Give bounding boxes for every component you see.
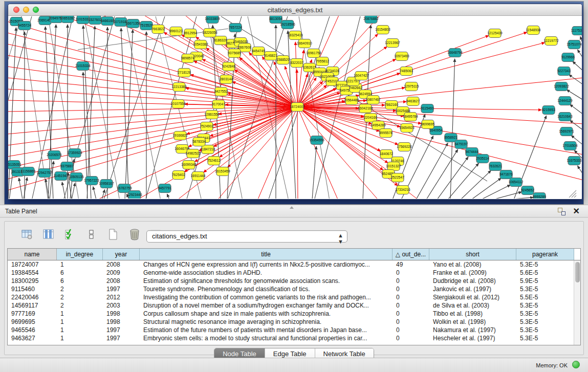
graph-node[interactable]: 7485063	[400, 67, 413, 76]
network-window-titlebar[interactable]: citations_edges.txt	[8, 4, 582, 16]
delete-rows-trash-button[interactable]	[127, 227, 142, 242]
show-columns-button[interactable]	[41, 227, 56, 242]
table-row[interactable]: 2242004622012Investigating the contribut…	[8, 293, 580, 301]
graph-node[interactable]: 21015334	[75, 62, 91, 71]
network-canvas[interactable]: 1515051194557242069140620949791106532871…	[8, 16, 582, 199]
graph-node[interactable]: 8454749	[252, 47, 265, 56]
graph-node[interactable]: 14982522	[185, 149, 201, 158]
graph-node[interactable]: 8912954	[184, 29, 197, 38]
column-header-out_de[interactable]: △ out_de...	[393, 249, 429, 260]
graph-node[interactable]: 9455724	[18, 21, 31, 30]
graph-node[interactable]: 16671358	[125, 19, 141, 28]
graph-node[interactable]: 9115460	[421, 104, 434, 113]
graph-node[interactable]: 15751074	[567, 40, 582, 49]
column-header-in_degree[interactable]: in_degree	[57, 249, 103, 260]
graph-node[interactable]: 10653287	[60, 16, 75, 23]
graph-node[interactable]: 17334216	[395, 186, 410, 194]
graph-node[interactable]: 9129966	[561, 53, 575, 62]
table-row[interactable]: 1872400712008Changes of HCN gene express…	[8, 260, 580, 269]
graph-node[interactable]: 17016504	[562, 142, 578, 150]
graph-node[interactable]: 2718126	[178, 69, 191, 77]
scrollbar-thumb[interactable]	[575, 262, 580, 282]
graph-node[interactable]: 20876882	[363, 16, 379, 24]
graph-node[interactable]: 11675333	[567, 157, 582, 165]
table-row[interactable]: 1938455462009Genome-wide association stu…	[8, 269, 580, 277]
table-row[interactable]: 977716911998Corpus callosum shape and si…	[8, 310, 580, 318]
graph-node[interactable]: 2522547	[391, 173, 404, 182]
graph-node[interactable]: 8813054	[269, 16, 282, 24]
graph-node[interactable]: 11451947	[54, 172, 69, 181]
graph-node[interactable]: 16648794	[447, 49, 463, 57]
graph-node[interactable]: 7862160	[385, 101, 398, 110]
graph-node[interactable]: 10654112	[509, 178, 524, 187]
vertical-scrollbar[interactable]	[574, 260, 580, 345]
column-header-title[interactable]: title	[140, 249, 393, 260]
graph-node[interactable]: 10107554	[170, 100, 186, 108]
graph-node[interactable]: 9242848	[222, 62, 235, 71]
table-selector-dropdown[interactable]: citations_edges.txt ▲▼	[146, 230, 347, 243]
graph-node[interactable]: 10958167	[99, 180, 114, 188]
graph-node[interactable]: 19218596	[280, 20, 295, 29]
graph-node[interactable]: 12213967	[385, 39, 400, 48]
network-window[interactable]: citations_edges.txt 15150511945572420691…	[8, 4, 582, 200]
graph-node[interactable]: 18325419	[288, 31, 303, 40]
column-header-pagerank[interactable]: pagerank	[516, 249, 574, 260]
graph-node[interactable]: 18640910	[297, 39, 312, 48]
graph-node[interactable]: 16042168	[358, 104, 373, 113]
column-header-name[interactable]: name	[8, 249, 57, 260]
table-row[interactable]: 911546021997Tourette syndrome. Phenomeno…	[8, 285, 580, 293]
graph-node[interactable]: 12093822	[554, 82, 569, 91]
graph-node[interactable]: 12219772	[543, 37, 559, 46]
graph-node[interactable]: 12942757	[37, 169, 52, 178]
graph-node[interactable]: 1527602	[89, 16, 102, 25]
graph-node[interactable]: 17957223	[84, 177, 99, 185]
graph-node[interactable]: 6479197	[454, 140, 468, 149]
splitter-handle[interactable]	[290, 206, 294, 209]
graph-node[interactable]: 15354556	[309, 136, 324, 145]
graph-node[interactable]: 16099348	[181, 161, 197, 169]
graph-node[interactable]: 9699695	[421, 120, 434, 129]
graph-node[interactable]: 7955812	[316, 57, 329, 66]
graph-node[interactable]: 16961758	[306, 49, 321, 58]
graph-node[interactable]: 7857224	[229, 24, 242, 32]
graph-node[interactable]: 11548938	[526, 26, 541, 35]
graph-node[interactable]: 16911444	[191, 172, 206, 181]
graph-node[interactable]: 10807467	[365, 96, 381, 104]
graph-node[interactable]: 8427552	[214, 87, 228, 96]
table-row[interactable]: 1456911722003Disruption of a novel membe…	[8, 301, 580, 310]
table-row[interactable]: 946362711997Embryonic stem cells: a mode…	[8, 334, 580, 342]
graph-node[interactable]: 9457791	[158, 184, 171, 193]
graph-node[interactable]: 20564486	[344, 96, 359, 105]
table-settings-button[interactable]	[20, 227, 34, 242]
graph-node[interactable]: 9375887	[60, 162, 74, 171]
graph-node[interactable]: 15654923	[399, 124, 415, 133]
table-row[interactable]: 969969511998Structural magnetic resonanc…	[8, 318, 580, 326]
select-rows-button[interactable]	[63, 227, 77, 242]
graph-node[interactable]: 11175372	[571, 27, 582, 35]
graph-node[interactable]: 13505135	[69, 173, 84, 182]
network-graph[interactable]: 1515051194557242069140620949791106532871…	[8, 16, 582, 199]
graph-node[interactable]: 9146821	[264, 52, 277, 60]
graph-node[interactable]: 9227343	[557, 67, 571, 76]
memory-status-indicator[interactable]	[572, 361, 580, 368]
graph-node[interactable]: 12213383	[171, 83, 187, 92]
graph-node[interactable]: 17569228	[397, 143, 412, 151]
graph-node[interactable]: 9474444	[465, 148, 478, 157]
graph-node[interactable]: 8186328	[214, 36, 227, 45]
graph-node[interactable]: 19166822	[172, 132, 188, 140]
graph-node[interactable]: 16153459	[215, 167, 230, 176]
graph-node[interactable]: 8322037	[290, 59, 303, 68]
graph-node[interactable]: 9375685	[228, 49, 241, 58]
graph-node[interactable]: 16033809	[205, 16, 220, 24]
graph-node[interactable]: 9463627	[406, 97, 420, 106]
graph-node[interactable]: 7524902	[200, 122, 213, 131]
graph-node[interactable]: 8471676	[499, 170, 513, 179]
graph-node[interactable]: 6466160	[101, 17, 114, 26]
graph-node[interactable]: 18495784	[403, 113, 418, 121]
graph-node[interactable]: 12861550	[204, 111, 220, 119]
table-row[interactable]: 946554611997Estimation of the future num…	[8, 326, 580, 334]
graph-node[interactable]: 7632621	[489, 162, 502, 171]
close-panel-icon[interactable]: ✕	[573, 206, 580, 216]
graph-node[interactable]: 8960123	[169, 27, 183, 36]
graph-node[interactable]: 8955289	[533, 193, 546, 199]
